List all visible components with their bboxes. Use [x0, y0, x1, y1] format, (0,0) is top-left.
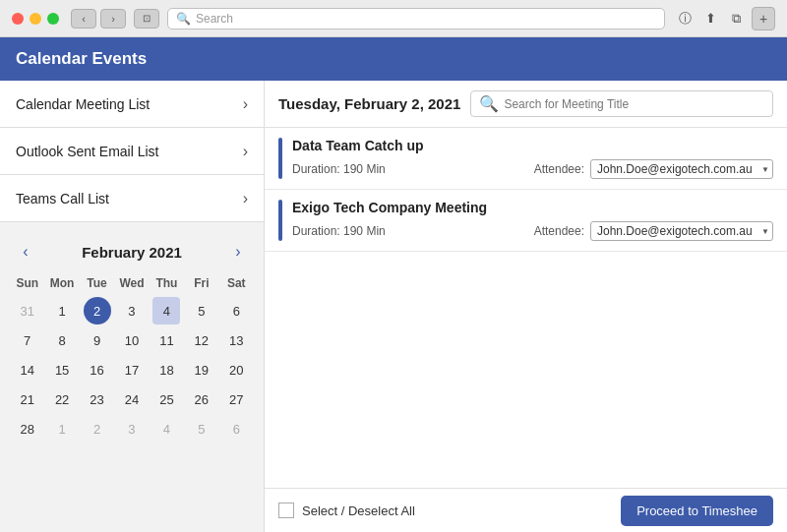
calendar-day[interactable]: 3	[118, 415, 146, 443]
attendee-wrapper-2: John.Doe@exigotech.com.au	[590, 221, 773, 241]
sidebar-item-label: Calendar Meeting List	[16, 96, 150, 112]
sidebar-item-teams-call-list[interactable]: Teams Call List ›	[0, 175, 264, 222]
content-header: Tuesday, February 2, 2021 🔍	[265, 81, 787, 128]
attendee-group-2: Attendee: John.Doe@exigotech.com.au	[534, 221, 773, 241]
calendar-day[interactable]: 17	[118, 356, 146, 384]
sidebar-item-label: Outlook Sent Email List	[16, 144, 159, 159]
calendar-day[interactable]: 26	[188, 385, 215, 413]
meetings-list: Data Team Catch up Duration: 190 Min Att…	[265, 128, 787, 488]
meeting-title-2: Exigo Tech Company Meeting	[292, 200, 773, 215]
meeting-details-1: Duration: 190 Min Attendee: John.Doe@exi…	[292, 159, 773, 179]
calendar-week-5: 28123456	[10, 415, 254, 443]
calendar-day[interactable]: 3	[118, 297, 146, 325]
attendee-wrapper-1: John.Doe@exigotech.com.au	[590, 159, 773, 179]
meeting-card-1: Data Team Catch up Duration: 190 Min Att…	[265, 128, 787, 190]
meeting-search-input[interactable]	[504, 97, 764, 111]
traffic-lights	[12, 13, 59, 25]
cal-header-sun: Sun	[10, 273, 44, 293]
calendar-day[interactable]: 4	[152, 297, 180, 325]
nav-buttons: ‹ ›	[71, 9, 126, 29]
meeting-search-bar[interactable]: 🔍	[470, 90, 773, 117]
attendee-select-1[interactable]: John.Doe@exigotech.com.au	[590, 159, 773, 179]
meeting-duration-2: Duration: 190 Min	[292, 224, 524, 238]
search-icon: 🔍	[176, 12, 191, 26]
window-icon[interactable]: ⧉	[726, 9, 746, 29]
calendar-prev-button[interactable]: ‹	[14, 240, 37, 264]
attendee-select-2[interactable]: John.Doe@exigotech.com.au	[590, 221, 773, 241]
calendar-day[interactable]: 8	[48, 326, 76, 354]
calendar-day[interactable]: 2	[84, 415, 111, 443]
main-layout: Calendar Meeting List › Outlook Sent Ema…	[0, 81, 787, 532]
calendar-day[interactable]: 5	[188, 297, 215, 325]
calendar-week-1: 31123456	[10, 297, 254, 325]
calendar-day[interactable]: 1	[48, 415, 76, 443]
cal-header-thu: Thu	[150, 273, 184, 293]
app: Calendar Events Calendar Meeting List › …	[0, 37, 787, 532]
chevron-right-icon: ›	[243, 95, 248, 113]
calendar-day[interactable]: 18	[152, 356, 180, 384]
calendar-day[interactable]: 28	[14, 415, 41, 443]
calendar-day[interactable]: 19	[188, 356, 215, 384]
share-icon[interactable]: ⬆	[700, 9, 720, 29]
proceed-button[interactable]: Proceed to Timeshee	[621, 496, 773, 526]
select-all-area: Select / Deselect All	[278, 502, 611, 518]
sidebar-item-calendar-meeting-list[interactable]: Calendar Meeting List ›	[0, 81, 264, 128]
calendar-week-3: 14151617181920	[10, 356, 254, 384]
calendar-day[interactable]: 11	[152, 326, 180, 354]
cal-header-tue: Tue	[80, 273, 114, 293]
reader-button[interactable]: ⊡	[134, 9, 159, 29]
calendar-day[interactable]: 1	[48, 297, 76, 325]
select-all-checkbox[interactable]	[278, 502, 294, 518]
calendar-day[interactable]: 27	[222, 385, 250, 413]
search-placeholder-text: Search	[196, 12, 233, 26]
info-icon[interactable]: ⓘ	[675, 9, 695, 29]
calendar-day[interactable]: 10	[118, 326, 146, 354]
forward-button[interactable]: ›	[100, 9, 126, 29]
cal-header-sat: Sat	[219, 273, 254, 293]
calendar-day[interactable]: 25	[152, 385, 180, 413]
calendar-day[interactable]: 16	[84, 356, 111, 384]
attendee-label-2: Attendee:	[534, 224, 584, 238]
meeting-card-2: Exigo Tech Company Meeting Duration: 190…	[265, 190, 787, 252]
content-date: Tuesday, February 2, 2021	[278, 95, 460, 112]
calendar-day[interactable]: 6	[222, 297, 250, 325]
calendar-day[interactable]: 15	[48, 356, 76, 384]
calendar-day[interactable]: 6	[222, 415, 250, 443]
calendar-day[interactable]: 12	[188, 326, 215, 354]
calendar-day[interactable]: 21	[14, 385, 41, 413]
meeting-accent-bar	[278, 138, 282, 179]
cal-header-mon: Mon	[44, 273, 79, 293]
calendar-day[interactable]: 20	[222, 356, 250, 384]
footer: Select / Deselect All Proceed to Timeshe…	[265, 488, 787, 532]
minimize-button[interactable]	[30, 13, 41, 25]
calendar: ‹ February 2021 › Sun Mon Tue Wed Thu Fr…	[0, 232, 264, 452]
calendar-day[interactable]: 23	[84, 385, 111, 413]
calendar-week-2: 78910111213	[10, 326, 254, 354]
attendee-label-1: Attendee:	[534, 162, 584, 176]
calendar-day[interactable]: 4	[152, 415, 180, 443]
calendar-day[interactable]: 9	[84, 326, 111, 354]
close-button[interactable]	[12, 13, 24, 25]
new-tab-button[interactable]: +	[752, 7, 775, 30]
meeting-details-2: Duration: 190 Min Attendee: John.Doe@exi…	[292, 221, 773, 241]
calendar-day[interactable]: 14	[14, 356, 41, 384]
calendar-day[interactable]: 24	[118, 385, 146, 413]
sidebar: Calendar Meeting List › Outlook Sent Ema…	[0, 81, 265, 532]
maximize-button[interactable]	[47, 13, 59, 25]
calendar-day[interactable]: 13	[222, 326, 250, 354]
calendar-header-row: Sun Mon Tue Wed Thu Fri Sat	[10, 273, 254, 293]
calendar-month-label: February 2021	[82, 244, 182, 261]
calendar-day[interactable]: 2	[84, 297, 111, 325]
attendee-group-1: Attendee: John.Doe@exigotech.com.au	[534, 159, 773, 179]
calendar-next-button[interactable]: ›	[226, 240, 250, 264]
calendar-day[interactable]: 31	[14, 297, 41, 325]
calendar-day[interactable]: 7	[14, 326, 41, 354]
calendar-day[interactable]: 5	[188, 415, 215, 443]
chevron-right-icon: ›	[243, 190, 248, 207]
content-panel: Tuesday, February 2, 2021 🔍 Data Team Ca…	[265, 81, 787, 532]
back-button[interactable]: ‹	[71, 9, 96, 29]
sidebar-item-outlook-sent-email-list[interactable]: Outlook Sent Email List ›	[0, 128, 264, 175]
calendar-day[interactable]: 22	[48, 385, 76, 413]
browser-search-bar[interactable]: 🔍 Search	[167, 8, 665, 30]
app-title: Calendar Events	[16, 49, 147, 69]
